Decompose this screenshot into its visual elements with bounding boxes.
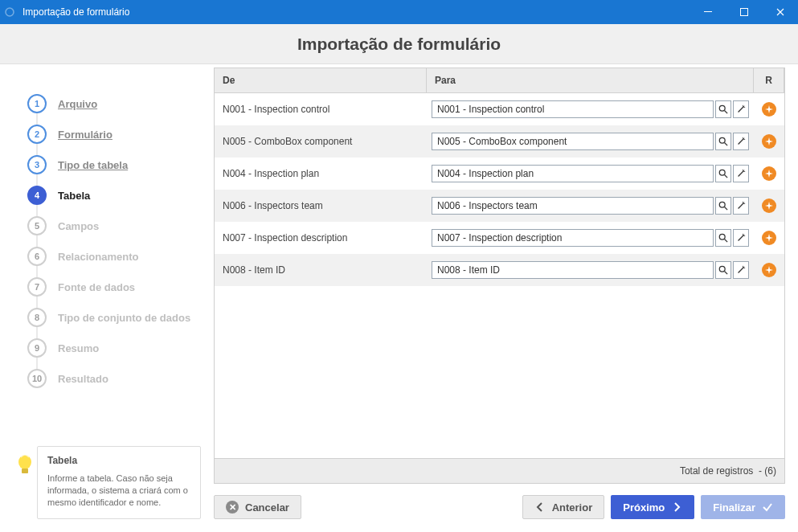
table-header: De Para R bbox=[215, 68, 784, 93]
wizard-step-6: 6Relacionamento bbox=[27, 241, 201, 272]
wizard-step-8: 8Tipo de conjunto de dados bbox=[27, 302, 201, 333]
wizard-step-10: 10Resultado bbox=[27, 363, 201, 394]
para-input[interactable] bbox=[432, 165, 714, 182]
step-label: Campos bbox=[58, 220, 99, 232]
cancel-icon: ✕ bbox=[226, 501, 239, 514]
window-maximize-button[interactable] bbox=[726, 0, 762, 24]
wizard-step-2[interactable]: 2Formulário bbox=[27, 119, 201, 149]
wand-icon[interactable] bbox=[733, 165, 749, 182]
step-number: 8 bbox=[27, 308, 47, 327]
step-number: 4 bbox=[27, 186, 47, 205]
step-number: 3 bbox=[27, 155, 47, 174]
svg-line-6 bbox=[725, 111, 727, 113]
cell-de: N008 - Item ID bbox=[215, 264, 427, 276]
wizard-step-1[interactable]: 1Arquivo bbox=[27, 88, 201, 119]
svg-point-11 bbox=[719, 202, 725, 207]
lightbulb-icon bbox=[13, 446, 37, 519]
wizard-step-4[interactable]: 4Tabela bbox=[27, 180, 201, 211]
step-label: Formulário bbox=[58, 129, 113, 141]
footer-count: (6) bbox=[764, 465, 776, 477]
cancel-label: Cancelar bbox=[245, 501, 289, 514]
para-input[interactable] bbox=[432, 229, 714, 247]
step-label: Tabela bbox=[58, 190, 90, 202]
table-row: N007 - Inspection description bbox=[215, 222, 784, 254]
wizard-step-7: 7Fonte de dados bbox=[27, 272, 201, 302]
cell-de: N004 - Inspection plan bbox=[215, 168, 427, 179]
next-button[interactable]: Próximo bbox=[611, 495, 694, 519]
step-label: Relacionamento bbox=[58, 251, 138, 263]
finish-button[interactable]: Finalizar bbox=[701, 495, 785, 519]
table-row: N004 - Inspection plan bbox=[215, 158, 784, 190]
column-header-r: R bbox=[754, 68, 784, 93]
search-icon[interactable] bbox=[715, 100, 731, 118]
step-label: Resultado bbox=[58, 373, 108, 385]
search-icon[interactable] bbox=[715, 165, 731, 182]
wizard-step-9: 9Resumo bbox=[27, 333, 201, 363]
cell-de: N007 - Inspection description bbox=[215, 232, 427, 243]
step-number: 7 bbox=[27, 277, 47, 297]
wizard-steps: 1Arquivo2Formulário3Tipo de tabela4Tabel… bbox=[27, 88, 201, 394]
wizard-sidebar: 1Arquivo2Formulário3Tipo de tabela4Tabel… bbox=[0, 64, 209, 532]
chevron-left-icon bbox=[534, 501, 546, 513]
svg-line-16 bbox=[725, 272, 727, 274]
search-icon[interactable] bbox=[715, 261, 731, 279]
wand-icon[interactable] bbox=[733, 261, 749, 279]
svg-point-13 bbox=[719, 234, 725, 239]
page-title: Importação de formulário bbox=[0, 24, 798, 64]
hint-title: Tabela bbox=[47, 455, 190, 466]
mapping-table: De Para R N001 - Inspection controlN005 … bbox=[214, 68, 785, 484]
footer-label: Total de registros bbox=[680, 465, 753, 477]
svg-point-3 bbox=[18, 455, 31, 469]
cell-de: N005 - ComboBox component bbox=[215, 136, 427, 147]
search-icon[interactable] bbox=[715, 197, 731, 215]
table-body: N001 - Inspection controlN005 - ComboBox… bbox=[215, 93, 784, 458]
wand-icon[interactable] bbox=[733, 197, 749, 215]
svg-line-10 bbox=[725, 175, 727, 178]
step-label: Resumo bbox=[58, 342, 99, 354]
step-number: 1 bbox=[27, 94, 47, 113]
required-icon bbox=[762, 263, 776, 277]
step-number: 10 bbox=[27, 369, 47, 388]
svg-point-0 bbox=[6, 8, 14, 16]
svg-point-15 bbox=[719, 266, 725, 272]
required-icon bbox=[762, 166, 776, 181]
cell-de: N006 - Inspectors team bbox=[215, 200, 427, 211]
table-row: N001 - Inspection control bbox=[215, 93, 784, 125]
wand-icon[interactable] bbox=[733, 229, 749, 247]
next-label: Próximo bbox=[623, 501, 665, 514]
column-header-para: Para bbox=[427, 68, 754, 93]
para-input[interactable] bbox=[432, 197, 714, 215]
svg-line-8 bbox=[725, 143, 727, 145]
search-icon[interactable] bbox=[715, 229, 731, 247]
step-label: Tipo de conjunto de dados bbox=[58, 312, 190, 324]
wand-icon[interactable] bbox=[733, 133, 749, 150]
para-input[interactable] bbox=[432, 100, 714, 118]
wizard-step-5: 5Campos bbox=[27, 211, 201, 241]
required-icon bbox=[762, 102, 776, 117]
required-icon bbox=[762, 198, 776, 213]
wizard-actions: ✕ Cancelar Anterior Próximo Finalizar bbox=[214, 484, 785, 519]
step-number: 5 bbox=[27, 216, 47, 235]
required-icon bbox=[762, 231, 776, 245]
required-icon bbox=[762, 134, 776, 149]
svg-rect-2 bbox=[740, 9, 747, 16]
check-icon bbox=[762, 501, 773, 513]
svg-rect-1 bbox=[704, 11, 712, 12]
svg-rect-4 bbox=[22, 469, 28, 473]
chevron-right-icon bbox=[671, 501, 682, 513]
search-icon[interactable] bbox=[715, 133, 731, 150]
step-number: 6 bbox=[27, 247, 47, 266]
cancel-button[interactable]: ✕ Cancelar bbox=[214, 495, 301, 519]
wand-icon[interactable] bbox=[733, 100, 749, 118]
titlebar: Importação de formulário bbox=[0, 0, 798, 24]
svg-point-9 bbox=[719, 170, 725, 175]
hint-box: Tabela Informe a tabela. Caso não seja i… bbox=[13, 446, 201, 519]
wizard-step-3[interactable]: 3Tipo de tabela bbox=[27, 149, 201, 180]
window-close-button[interactable] bbox=[762, 0, 798, 24]
previous-label: Anterior bbox=[552, 501, 593, 514]
para-input[interactable] bbox=[432, 133, 714, 150]
para-input[interactable] bbox=[432, 261, 714, 279]
step-label: Arquivo bbox=[58, 98, 97, 110]
window-minimize-button[interactable] bbox=[690, 0, 726, 24]
previous-button[interactable]: Anterior bbox=[522, 495, 605, 519]
